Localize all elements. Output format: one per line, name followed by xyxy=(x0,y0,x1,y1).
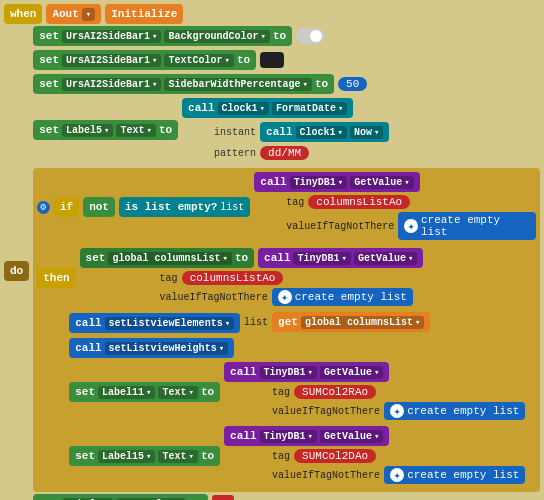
label15-tag-row: tag SUMCol2DAo xyxy=(272,449,525,463)
get-global-dropdown[interactable]: global columnsList xyxy=(301,316,424,329)
if-create-list-label: create empty list xyxy=(421,214,530,238)
tc-component-dropdown[interactable]: UrsAI2SideBar1 xyxy=(62,54,161,67)
label11-create-icon: ✦ xyxy=(390,404,404,418)
then-tag-value[interactable]: columnsListAo xyxy=(182,271,284,285)
now-method-dropdown[interactable]: Now xyxy=(350,126,383,139)
pattern-row: pattern dd/MM xyxy=(214,146,389,160)
label11-tag-value[interactable]: SUMCol2RAo xyxy=(294,385,376,399)
set-label5-block[interactable]: set Label5 Text to xyxy=(33,120,178,140)
then-tag-row: tag columnsListAo xyxy=(160,271,424,285)
set-label6-block[interactable]: set Label6 TextColor to xyxy=(33,494,208,500)
when-label: when xyxy=(10,8,36,20)
label15-create-label: create empty list xyxy=(407,469,519,481)
not-label: not xyxy=(89,201,109,213)
if-tag-value[interactable]: columnsListAo xyxy=(308,195,410,209)
if-gear-icon[interactable]: ⚙ xyxy=(37,201,50,214)
label11-tag-row: tag SUMCol2RAo xyxy=(272,385,525,399)
label6-color-value[interactable] xyxy=(212,495,234,500)
swp-component-dropdown[interactable]: UrsAI2SideBar1 xyxy=(62,78,161,91)
not-block[interactable]: not xyxy=(83,197,115,217)
get-global-block[interactable]: get global columnsList xyxy=(272,312,430,332)
label15-tag-value[interactable]: SUMCol2DAo xyxy=(294,449,376,463)
then-global-dropdown[interactable]: global columnsList xyxy=(108,252,231,265)
when-block[interactable]: when xyxy=(4,4,42,24)
set-swp-row: set UrsAI2SideBar1 SidebarWidthPercentag… xyxy=(33,74,540,94)
label15-db-block[interactable]: call TinyDB1 GetValue xyxy=(224,426,389,446)
pattern-value[interactable]: dd/MM xyxy=(260,146,309,160)
bg-component-dropdown[interactable]: UrsAI2SideBar1 xyxy=(62,30,161,43)
if-block[interactable]: if xyxy=(54,197,79,217)
if-db-call-row: call TinyDB1 GetValue xyxy=(254,172,536,192)
label11-valuenotthere-row: valueIfTagNotThere ✦ create empty list xyxy=(272,402,525,420)
aout-label: Aout xyxy=(52,8,78,20)
then-section: then set global columnsList to xyxy=(37,248,536,488)
aout-dropdown[interactable] xyxy=(82,8,95,21)
tc-property-dropdown[interactable]: TextColor xyxy=(164,54,233,67)
if-label: if xyxy=(60,201,73,213)
label15-create-icon: ✦ xyxy=(390,468,404,482)
call-setheights-row: call setListviewHeights xyxy=(69,338,536,358)
swp-property-dropdown[interactable]: SidebarWidthPercentage xyxy=(164,78,311,91)
setlistview-dropdown[interactable]: setListviewElements xyxy=(105,317,234,330)
do-label: do xyxy=(10,265,23,277)
set-bg-block[interactable]: set UrsAI2SideBar1 BackgroundColor to xyxy=(33,26,292,46)
label11-getvalue-dropdown[interactable]: GetValue xyxy=(320,366,383,379)
call-clock-now-block[interactable]: call Clock1 Now xyxy=(260,122,389,142)
call-setheights-block[interactable]: call setListviewHeights xyxy=(69,338,234,358)
setheights-dropdown[interactable]: setListviewHeights xyxy=(105,342,228,355)
then-set-col: set global columnsList to call TinyDB1 G… xyxy=(80,248,424,308)
call-clock-formatdate-block[interactable]: call Clock1 FormatDate xyxy=(182,98,353,118)
if-create-list-block[interactable]: ✦ create empty list xyxy=(398,212,536,240)
then-label: then xyxy=(43,272,69,284)
do-block: do xyxy=(4,261,29,281)
then-create-list-block[interactable]: ✦ create empty list xyxy=(272,288,413,306)
then-create-list-icon: ✦ xyxy=(278,290,292,304)
is-list-empty-label: is list empty? xyxy=(125,201,217,213)
call-setlistview-block[interactable]: call setListviewElements xyxy=(69,313,240,333)
label11-db-block[interactable]: call TinyDB1 GetValue xyxy=(224,362,389,382)
label15-call-row: call TinyDB1 GetValue xyxy=(224,426,525,446)
set-tc-row: set UrsAI2SideBar1 TextColor to xyxy=(33,50,540,70)
label11-create-list[interactable]: ✦ create empty list xyxy=(384,402,525,420)
label15-create-list[interactable]: ✦ create empty list xyxy=(384,466,525,484)
label5-component-dropdown[interactable]: Label5 xyxy=(62,124,113,137)
if-tag-row: tag columnsListAo xyxy=(286,195,536,209)
label11-dropdown[interactable]: Label11 xyxy=(98,386,155,399)
tc-color-value[interactable] xyxy=(260,52,284,68)
label15-db-dropdown[interactable]: TinyDB1 xyxy=(260,430,317,443)
initialize-label: Initialize xyxy=(111,8,177,20)
label11-prop-dropdown[interactable]: Text xyxy=(158,386,197,399)
set-tc-block[interactable]: set UrsAI2SideBar1 TextColor to xyxy=(33,50,256,70)
then-getvalue-dropdown[interactable]: GetValue xyxy=(354,252,417,265)
set-label6-row: set Label6 TextColor to xyxy=(33,494,540,500)
instant-label: instant xyxy=(214,127,256,138)
label11-db-dropdown[interactable]: TinyDB1 xyxy=(260,366,317,379)
if-tinydb-block[interactable]: call TinyDB1 GetValue xyxy=(254,172,419,192)
label15-valuenotthere-row: valueIfTagNotThere ✦ create empty list xyxy=(272,466,525,484)
initialize-block[interactable]: Initialize xyxy=(105,4,183,24)
label15-dropdown[interactable]: Label15 xyxy=(98,450,155,463)
if-create-list-icon: ✦ xyxy=(404,219,418,233)
set-label5-row: set Label5 Text to call Clock1 FormatDat… xyxy=(33,98,540,162)
then-set-row: set global columnsList to call TinyDB1 G… xyxy=(80,248,424,268)
aout-block[interactable]: Aout xyxy=(46,4,101,24)
formatdate-method-dropdown[interactable]: FormatDate xyxy=(272,102,347,115)
label15-getvalue-dropdown[interactable]: GetValue xyxy=(320,430,383,443)
set-swp-block[interactable]: set UrsAI2SideBar1 SidebarWidthPercentag… xyxy=(33,74,334,94)
set-label11-block[interactable]: set Label11 Text to xyxy=(69,382,220,402)
is-list-empty-block[interactable]: is list empty? list xyxy=(119,197,250,217)
clock-now-comp-dropdown[interactable]: Clock1 xyxy=(296,126,347,139)
if-getvalue-dropdown[interactable]: GetValue xyxy=(350,176,413,189)
then-db-dropdown[interactable]: TinyDB1 xyxy=(293,252,350,265)
bg-property-dropdown[interactable]: BackgroundColor xyxy=(164,30,269,43)
then-db-block[interactable]: call TinyDB1 GetValue xyxy=(258,248,423,268)
set-label15-block[interactable]: set Label15 Text to xyxy=(69,446,220,466)
if-db-dropdown[interactable]: TinyDB1 xyxy=(290,176,347,189)
label5-property-dropdown[interactable]: Text xyxy=(116,124,155,137)
swp-value[interactable]: 50 xyxy=(338,77,367,91)
clock-comp-dropdown[interactable]: Clock1 xyxy=(218,102,269,115)
label15-prop-dropdown[interactable]: Text xyxy=(158,450,197,463)
bg-toggle[interactable] xyxy=(296,28,324,44)
then-set-block[interactable]: set global columnsList to xyxy=(80,248,254,268)
then-label-row: then set global columnsList to xyxy=(37,248,536,308)
